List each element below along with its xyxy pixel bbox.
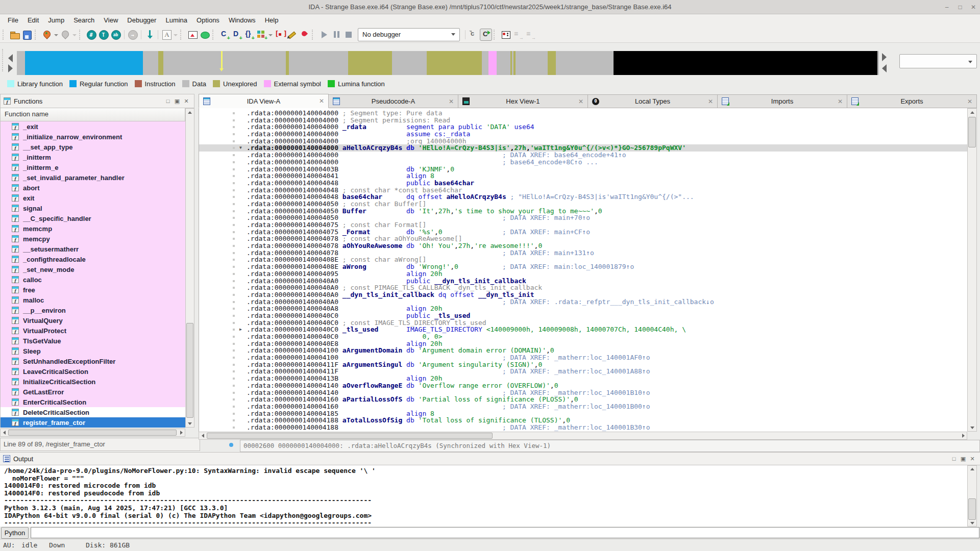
tab-ida-view-a[interactable]: IDA View-A✕	[199, 94, 329, 108]
tab-close-icon[interactable]: ✕	[319, 97, 324, 105]
listing-line[interactable]: .rdata:0000000140004000 _rdata segment p…	[199, 123, 967, 131]
functions-panel-header[interactable]: Functions □ ▣ ✕	[0, 94, 194, 108]
panel-float-icon[interactable]: ▣	[173, 98, 182, 105]
add-c-type-icon[interactable]	[218, 29, 231, 41]
function-row[interactable]: TlsGetValue	[1, 336, 185, 346]
debug-pause-icon[interactable]	[330, 29, 342, 41]
listing-line[interactable]: .rdata:000000014000408E ; const char aWr…	[199, 256, 967, 263]
menu-search[interactable]: Search	[69, 14, 99, 27]
function-row[interactable]: InitializeCriticalSection	[1, 377, 185, 387]
continue-c-icon[interactable]	[480, 29, 492, 41]
tab-close-icon[interactable]: ✕	[838, 98, 843, 105]
function-row[interactable]: __p__environ	[1, 305, 185, 315]
listing-line[interactable]: .rdata:00000001400040E8 align 20h	[199, 340, 967, 347]
function-row[interactable]: Sleep	[1, 346, 185, 356]
panel-restore-icon[interactable]: □	[163, 98, 173, 104]
listing-line[interactable]: .rdata:0000000140004041 align 8	[199, 172, 967, 180]
debug-stop-icon[interactable]	[342, 29, 355, 41]
chevron-down-icon[interactable]	[267, 29, 274, 41]
window-red-triangle-icon[interactable]	[186, 29, 199, 41]
panel-close-icon[interactable]: ✕	[182, 98, 191, 105]
menu-help[interactable]: Help	[260, 14, 283, 27]
function-row[interactable]: __set_app_type	[1, 142, 185, 152]
listing-line[interactable]: .rdata:0000000140004050 Buffer db 'It',2…	[199, 208, 967, 215]
listing-line[interactable]: .rdata:0000000140004185 align 8	[199, 410, 967, 417]
listing-line[interactable]: .rdata:00000001400040A0 public __dyn_tls…	[199, 278, 967, 285]
listing-line[interactable]: .rdata:000000014000411F ; DATA XREF: _ma…	[199, 368, 967, 375]
output-console[interactable]: /home/24k/ida-pro-9.0/plugins/NoMoreFlow…	[0, 465, 967, 527]
listing-line[interactable]: .rdata:00000001400040C0 ; const IMAGE_TL…	[199, 319, 967, 327]
listing-line[interactable]: .rdata:0000000140004075 _Format db '%s',…	[199, 229, 967, 236]
menu-windows[interactable]: Windows	[224, 14, 260, 27]
listing-line[interactable]: .rdata:00000001400040A0 ; const PIMAGE_T…	[199, 284, 967, 291]
function-row[interactable]: _configthreadlocale	[1, 254, 185, 264]
output-vertical-scrollbar[interactable]	[967, 465, 977, 527]
listing-line[interactable]: .rdata:00000001400040C0 0, 0>	[199, 333, 967, 340]
functions-horizontal-scrollbar[interactable]	[0, 429, 185, 437]
listing-line[interactable]: .rdata:00000001400040A8 align 20h	[199, 305, 967, 312]
listing-line[interactable]: .rdata:0000000140004050 ; DATA XREF: mai…	[199, 214, 967, 221]
listing-line[interactable]: .rdata:0000000140004048 ; const char *co…	[199, 187, 967, 194]
minimize-icon[interactable]: –	[940, 0, 953, 14]
add-braces-icon[interactable]	[243, 29, 255, 41]
output-restore-icon[interactable]: □	[949, 456, 959, 462]
menu-options[interactable]: Options	[192, 14, 224, 27]
listing-line[interactable]: .rdata:00000001400040C0 public _tls_used	[199, 312, 967, 319]
listing-line[interactable]: .rdata:0000000140004140 aOverflowRangeE …	[199, 382, 967, 389]
listing-line[interactable]: .rdata:0000000140004000 ; Segment permis…	[199, 117, 967, 124]
chevron-down-icon[interactable]	[173, 29, 179, 41]
listing-line[interactable]: .rdata:0000000140004100 aArgumentDomain …	[199, 347, 967, 354]
tab-imports[interactable]: Imports✕	[718, 94, 847, 108]
listing-line[interactable]: .rdata:00000001400040A0 ; DATA XREF: .rd…	[199, 298, 967, 306]
function-row[interactable]: _initterm_e	[1, 162, 185, 172]
function-row[interactable]: SetUnhandledExceptionFilter	[1, 356, 185, 366]
close-icon[interactable]: ✕	[967, 0, 980, 14]
debug-play-icon[interactable]	[318, 29, 330, 41]
function-row[interactable]: DeleteCriticalSection	[1, 407, 185, 417]
menu-debugger[interactable]: Debugger	[122, 14, 161, 27]
search-string-icon[interactable]	[110, 29, 122, 41]
tab-local-types[interactable]: Local Types✕	[588, 94, 718, 108]
function-row[interactable]: _initterm	[1, 152, 185, 162]
function-row[interactable]: LeaveCriticalSection	[1, 366, 185, 377]
output-close-icon[interactable]: ✕	[968, 456, 977, 462]
listing-line[interactable]: .rdata:0000000140004000 ; DATA XREF: bas…	[199, 152, 967, 159]
function-row[interactable]: memcpy	[1, 234, 185, 244]
tab-close-icon[interactable]: ✕	[578, 98, 583, 105]
band-scroll-left-icon[interactable]	[8, 54, 13, 62]
listing-line[interactable]: .rdata:0000000140004095 align 20h	[199, 270, 967, 278]
function-row[interactable]: malloc	[1, 295, 185, 305]
nav-disabled-icon[interactable]	[127, 29, 139, 41]
function-row[interactable]: _set_new_mode	[1, 264, 185, 274]
menu-jump[interactable]: Jump	[43, 14, 69, 27]
listing-line[interactable]: .rdata:0000000140004188 aTotalLossOfSig …	[199, 417, 967, 424]
function-row[interactable]: __C_specific_handler	[1, 213, 185, 223]
listing-line[interactable]: .rdata:0000000140004000 ; Segment type: …	[199, 110, 967, 117]
listing-line[interactable]: .rdata:0000000140004000 ; base64_encode+…	[199, 159, 967, 166]
dock-splitter-handle[interactable]	[229, 443, 233, 447]
search-text-icon[interactable]	[97, 29, 110, 41]
bookmark-pin-disabled-icon[interactable]	[59, 29, 71, 41]
listing-line[interactable]: ▼.rdata:0000000140004000 aHelloACrqzyB4s…	[199, 144, 967, 152]
listing-line[interactable]: .rdata:0000000140004188 ; DATA XREF: _ma…	[199, 424, 967, 431]
listing-line[interactable]: .rdata:0000000140004078 aOhYouReAwesome …	[199, 242, 967, 249]
listing-line[interactable]: .rdata:0000000140004000 ;org 140004000h	[199, 138, 967, 145]
listing-line[interactable]: .rdata:00000001400040A0 __dyn_tls_init_c…	[199, 291, 967, 298]
band-drag-handle[interactable]	[2, 49, 4, 71]
tab-hex-view-1[interactable]: Hex View-1✕	[458, 94, 588, 108]
function-row[interactable]: exit	[1, 193, 185, 203]
menu-edit[interactable]: Edit	[23, 14, 43, 27]
band-range-select[interactable]	[899, 54, 977, 68]
listing-line[interactable]: .rdata:0000000140004075 ; const char For…	[199, 221, 967, 229]
maximize-icon[interactable]: □	[953, 0, 967, 14]
search-number-icon[interactable]	[85, 29, 97, 41]
tab-exports[interactable]: Exports✕	[847, 94, 977, 108]
listing-line[interactable]: .rdata:0000000140004000 assume cs:_rdata	[199, 131, 967, 138]
listing-line[interactable]: .rdata:0000000140004078 ; DATA XREF: mai…	[199, 249, 967, 257]
expand-icon[interactable]: ▶	[239, 326, 242, 333]
tab-pseudocode-a[interactable]: Pseudocode-A✕	[329, 94, 458, 108]
listing-line[interactable]: .rdata:0000000140004048 base64char dq of…	[199, 193, 967, 201]
function-row[interactable]: _exit	[1, 121, 185, 132]
menu-file[interactable]: File	[3, 14, 23, 27]
function-row[interactable]: signal	[1, 203, 185, 213]
